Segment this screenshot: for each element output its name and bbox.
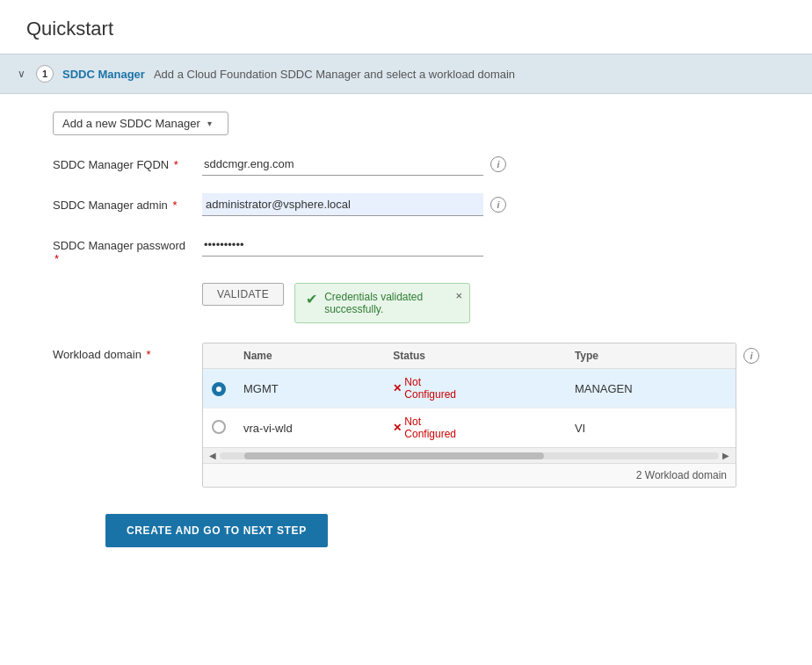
scroll-right-icon[interactable]: ▶	[719, 451, 733, 460]
table-row[interactable]: MGMT ✕ NotConfigured MANAGEN	[203, 369, 736, 408]
toast-message: Credentials validated successfully.	[324, 291, 459, 315]
password-required: *	[54, 252, 59, 265]
password-row: SDDC Manager password *	[53, 234, 759, 265]
radio-vra[interactable]	[212, 420, 226, 434]
row-status-cell: ✕ NotConfigured	[384, 369, 566, 408]
workload-table-wrap: Name Status Type MGMT	[202, 343, 736, 488]
row-type-cell: MANAGEN	[566, 369, 736, 408]
admin-input-wrap: i	[202, 193, 759, 216]
radio-mgmt[interactable]	[212, 382, 226, 396]
table-footer: 2 Workload domain	[203, 463, 736, 487]
check-icon: ✔	[306, 291, 317, 307]
admin-required: *	[172, 199, 177, 212]
row-radio-cell[interactable]	[203, 369, 235, 408]
col-name: Name	[235, 343, 384, 369]
validate-button[interactable]: VALIDATE	[202, 283, 284, 306]
admin-label: SDDC Manager admin *	[53, 193, 189, 212]
row-name-cell2: vra-vi-wld	[235, 408, 384, 448]
create-next-button[interactable]: CREATE AND GO TO NEXT STEP	[105, 514, 328, 547]
col-type: Type	[566, 343, 736, 369]
admin-input[interactable]	[202, 193, 483, 216]
status-not-configured2: ✕ NotConfigured	[393, 416, 557, 440]
row-radio-cell2[interactable]	[203, 408, 235, 448]
step-header: ∨ 1 SDDC Manager Add a Cloud Foundation …	[0, 54, 812, 94]
workload-row: Workload domain * Name Status Type	[53, 343, 759, 488]
col-radio	[203, 343, 235, 369]
step-label: SDDC Manager	[62, 68, 145, 81]
admin-row: SDDC Manager admin * i	[53, 193, 759, 216]
workload-required: *	[147, 348, 151, 361]
sddc-manager-dropdown[interactable]: Add a new SDDC Manager ▾	[53, 112, 228, 135]
password-label: SDDC Manager password *	[53, 234, 189, 265]
fqdn-input-wrap: i	[202, 153, 759, 176]
row-type-cell2: VI	[566, 408, 736, 448]
step-number: 1	[36, 65, 54, 83]
step-description: Add a Cloud Foundation SDDC Manager and …	[154, 68, 515, 81]
col-status: Status	[384, 343, 566, 369]
step-chevron-icon: ∨	[18, 68, 25, 80]
workload-info-icon[interactable]: i	[743, 348, 759, 364]
workload-table: Name Status Type MGMT	[203, 343, 736, 447]
status-not-configured: ✕ NotConfigured	[393, 376, 557, 401]
fqdn-input[interactable]	[202, 153, 483, 176]
form-area: Add a new SDDC Manager ▾ SDDC Manager FQ…	[0, 94, 812, 565]
workload-label: Workload domain *	[53, 343, 189, 361]
password-input-wrap	[202, 234, 759, 257]
fqdn-label: SDDC Manager FQDN *	[53, 153, 189, 171]
fqdn-required: *	[174, 158, 178, 171]
horizontal-scrollbar[interactable]: ◀ ▶	[203, 447, 736, 463]
dropdown-label: Add a new SDDC Manager	[62, 117, 200, 130]
credentials-toast: ✔ Credentials validated successfully. ×	[294, 283, 470, 323]
scrollbar-track[interactable]	[220, 452, 719, 459]
row-name-cell: MGMT	[235, 369, 384, 408]
dropdown-row: Add a new SDDC Manager ▾	[53, 112, 759, 135]
toast-close-icon[interactable]: ×	[456, 289, 463, 302]
fqdn-row: SDDC Manager FQDN * i	[53, 153, 759, 176]
scroll-left-icon[interactable]: ◀	[206, 451, 220, 460]
password-input[interactable]	[202, 234, 483, 257]
table-row[interactable]: vra-vi-wld ✕ NotConfigured VI	[203, 408, 736, 448]
page-title: Quickstart	[0, 0, 812, 54]
scrollbar-thumb[interactable]	[244, 452, 544, 459]
row-status-cell2: ✕ NotConfigured	[384, 408, 566, 448]
dropdown-arrow-icon: ▾	[207, 119, 212, 128]
fqdn-info-icon[interactable]: i	[490, 156, 506, 172]
validate-area: VALIDATE ✔ Credentials validated success…	[202, 283, 759, 323]
admin-info-icon[interactable]: i	[490, 197, 506, 213]
